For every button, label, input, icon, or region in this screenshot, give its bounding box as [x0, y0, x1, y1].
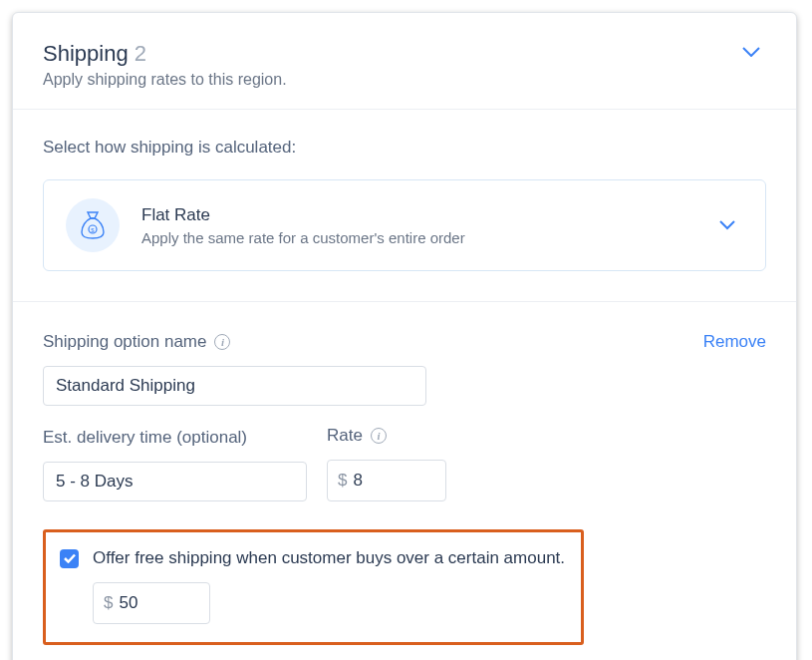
step-number: 2	[135, 41, 146, 66]
free-shipping-label: Offer free shipping when customer buys o…	[93, 548, 565, 568]
delivery-time-input[interactable]	[43, 462, 307, 501]
rate-label: Rate i	[327, 426, 446, 446]
delivery-rate-row: Est. delivery time (optional) Rate i $	[43, 426, 766, 501]
header-title: Shipping 2	[43, 41, 736, 67]
info-icon[interactable]: i	[371, 428, 387, 444]
card-header: Shipping 2 Apply shipping rates to this …	[13, 13, 796, 109]
collapse-toggle[interactable]	[736, 41, 766, 63]
name-label-text: Shipping option name	[43, 332, 206, 352]
header-subtitle: Apply shipping rates to this region.	[43, 71, 736, 89]
rate-label-text: Rate	[327, 426, 363, 446]
delivery-label-text: Est. delivery time (optional)	[43, 428, 247, 448]
money-bag-icon: $	[66, 198, 120, 252]
info-icon[interactable]: i	[214, 334, 230, 350]
delivery-label: Est. delivery time (optional)	[43, 428, 307, 448]
threshold-input-wrapper: $	[93, 582, 210, 624]
calc-title: Flat Rate	[141, 205, 697, 225]
rate-col: Rate i $	[327, 426, 446, 501]
shipping-name-input[interactable]	[43, 366, 426, 406]
delivery-col: Est. delivery time (optional)	[43, 428, 307, 501]
header-text: Shipping 2 Apply shipping rates to this …	[43, 41, 736, 89]
shipping-card: Shipping 2 Apply shipping rates to this …	[12, 12, 797, 660]
free-shipping-row: Offer free shipping when customer buys o…	[60, 548, 567, 568]
chevron-down-icon	[719, 220, 735, 230]
form-head: Shipping option name i Remove	[43, 332, 766, 352]
calc-subtitle: Apply the same rate for a customer's ent…	[141, 229, 697, 246]
chevron-down-icon	[742, 47, 760, 57]
free-shipping-highlight: Offer free shipping when customer buys o…	[43, 529, 584, 645]
calc-text: Flat Rate Apply the same rate for a cust…	[141, 205, 697, 246]
free-shipping-threshold-input[interactable]	[119, 585, 199, 621]
name-label: Shipping option name i	[43, 332, 230, 352]
title-text: Shipping	[43, 41, 129, 66]
threshold-wrapper: $	[93, 582, 210, 624]
calc-section: Select how shipping is calculated: $ Fla…	[13, 110, 796, 301]
calc-method-dropdown[interactable]: $ Flat Rate Apply the same rate for a cu…	[43, 179, 766, 271]
currency-prefix: $	[104, 593, 113, 613]
calc-section-title: Select how shipping is calculated:	[43, 138, 766, 158]
rate-input-wrapper: $	[327, 460, 446, 501]
free-shipping-checkbox[interactable]	[60, 549, 79, 568]
rate-input[interactable]	[353, 463, 435, 498]
form-section: Shipping option name i Remove Est. deliv…	[13, 302, 796, 660]
name-row	[43, 366, 426, 406]
currency-prefix: $	[338, 471, 347, 491]
remove-link[interactable]: Remove	[703, 332, 766, 352]
